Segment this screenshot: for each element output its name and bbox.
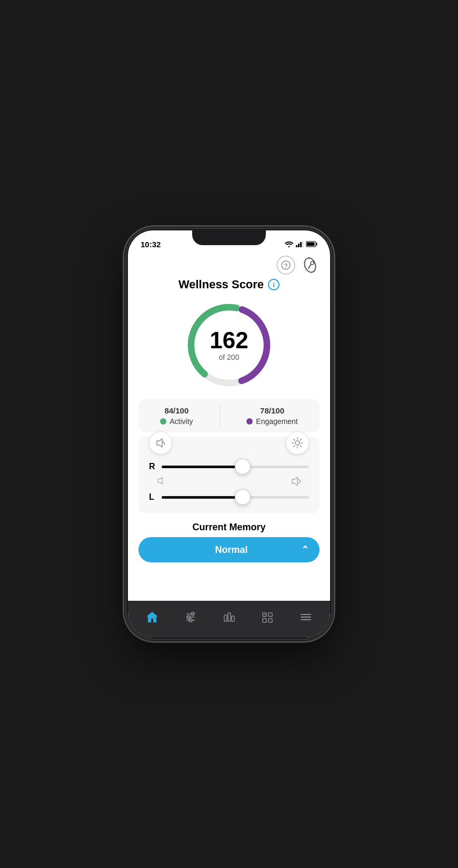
- brightness-button[interactable]: [286, 431, 309, 455]
- gauge-center: 162 of 200: [210, 329, 248, 361]
- svg-rect-36: [224, 615, 227, 621]
- content-scroll[interactable]: Wellness Score i: [128, 275, 330, 601]
- speaker-min-icon: [156, 477, 166, 485]
- activity-score: 84/100 Activity: [160, 406, 193, 426]
- speaker-icon: [155, 438, 166, 448]
- bar-chart-icon: [222, 611, 236, 623]
- svg-marker-26: [158, 477, 162, 484]
- bottom-nav: [128, 601, 330, 638]
- right-slider-fill: [162, 466, 243, 468]
- engagement-dot: [246, 418, 253, 425]
- memory-title: Current Memory: [192, 522, 265, 533]
- gauge-of: of 200: [219, 353, 240, 361]
- memory-section: Current Memory Normal ⌃: [128, 518, 330, 566]
- right-label: R: [149, 462, 156, 471]
- svg-marker-15: [157, 439, 162, 447]
- nav-adjust[interactable]: [177, 608, 204, 627]
- svg-rect-1: [298, 244, 300, 247]
- right-slider-track[interactable]: [162, 466, 309, 468]
- wifi-icon: [285, 241, 293, 247]
- brightness-icon: [291, 437, 304, 449]
- gauge-container: 162 of 200: [128, 294, 330, 395]
- volume-button[interactable]: [149, 431, 172, 455]
- volume-minmax: [149, 475, 309, 488]
- left-label: L: [149, 492, 156, 502]
- engagement-value: 78/100: [260, 406, 284, 415]
- info-button[interactable]: i: [268, 279, 280, 290]
- svg-rect-3: [302, 241, 303, 247]
- svg-rect-6: [307, 243, 315, 246]
- grid-icon: [261, 611, 274, 623]
- svg-line-16: [163, 441, 165, 445]
- svg-rect-2: [300, 242, 302, 247]
- svg-rect-42: [268, 619, 272, 622]
- left-slider-thumb[interactable]: [235, 489, 251, 505]
- activity-label: Activity: [170, 417, 193, 426]
- status-time: 10:32: [141, 240, 161, 249]
- page-title-row: Wellness Score i: [128, 275, 330, 294]
- hearing-aid-button[interactable]: [301, 256, 320, 275]
- question-icon: ?: [281, 260, 291, 270]
- phone-screen: 10:32: [128, 230, 330, 638]
- menu-icon: [299, 611, 313, 623]
- left-slider-row: L: [149, 492, 309, 502]
- svg-rect-38: [232, 616, 234, 621]
- svg-line-22: [294, 439, 295, 440]
- svg-rect-5: [316, 243, 317, 246]
- left-slider-fill: [162, 496, 243, 499]
- svg-rect-0: [296, 245, 297, 247]
- svg-line-25: [294, 446, 295, 447]
- svg-line-28: [298, 479, 301, 481]
- svg-line-23: [300, 446, 301, 447]
- home-icon: [145, 611, 159, 623]
- svg-text:?: ?: [284, 263, 288, 269]
- nav-stats[interactable]: [216, 608, 242, 627]
- status-icons: [285, 241, 317, 247]
- activity-dot: [160, 418, 166, 425]
- nav-programs[interactable]: [254, 608, 281, 627]
- svg-rect-41: [263, 619, 266, 622]
- page-title: Wellness Score: [178, 278, 264, 291]
- engagement-score: 78/100 Engagement: [246, 406, 297, 426]
- gauge-wrapper: 162 of 200: [182, 298, 276, 392]
- svg-point-17: [295, 441, 300, 445]
- svg-line-29: [298, 481, 301, 483]
- volume-card: R: [138, 437, 320, 513]
- help-button[interactable]: ?: [276, 256, 295, 275]
- svg-rect-37: [228, 613, 231, 621]
- gauge-score: 162: [210, 329, 248, 352]
- engagement-label: Engagement: [256, 417, 297, 426]
- svg-line-11: [308, 264, 311, 268]
- battery-icon: [306, 241, 317, 247]
- memory-btn-label: Normal: [162, 544, 301, 556]
- chevron-up-icon: ⌃: [301, 544, 309, 556]
- app-header: ?: [128, 254, 330, 275]
- svg-rect-40: [268, 613, 272, 617]
- right-slider-thumb[interactable]: [235, 459, 251, 475]
- right-slider-row: R: [149, 462, 309, 471]
- memory-button[interactable]: Normal ⌃: [138, 537, 320, 562]
- left-slider-track[interactable]: [162, 496, 309, 499]
- speaker-max-icon: [290, 477, 302, 486]
- svg-line-24: [300, 439, 301, 440]
- scores-card: 84/100 Activity 78/100 Engagement: [138, 399, 320, 432]
- phone-shell: 10:32: [126, 229, 332, 639]
- signal-icon: [296, 241, 303, 247]
- nav-menu[interactable]: [293, 608, 319, 627]
- nav-home[interactable]: [139, 608, 165, 627]
- volume-top-icons: [149, 431, 309, 455]
- svg-marker-27: [292, 477, 297, 486]
- hearing-aid-icon: [302, 257, 318, 274]
- score-divider: [220, 405, 220, 426]
- activity-value: 84/100: [164, 406, 188, 415]
- notch: [192, 230, 266, 245]
- equalizer-icon: [184, 611, 197, 623]
